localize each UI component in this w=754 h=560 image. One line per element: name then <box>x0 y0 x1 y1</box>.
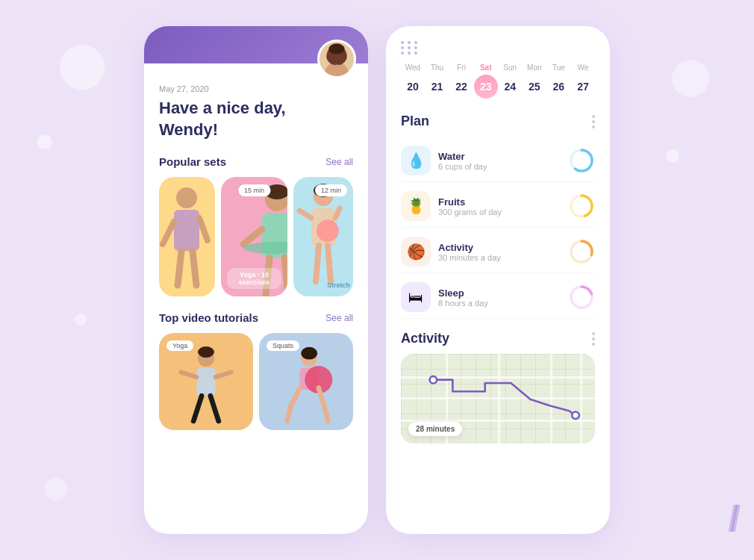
sets-container: 15 min Yoga · 10 exercise <box>159 177 353 296</box>
day-col-21[interactable]: Thu21 <box>426 63 449 99</box>
map-container: 28 minutes <box>401 354 595 444</box>
plan-header: Plan <box>401 113 595 129</box>
svg-line-6 <box>199 218 208 240</box>
day-number: 23 <box>474 75 498 99</box>
date-text: May 27, 2020 <box>159 84 353 93</box>
plan-item-fruits[interactable]: 🍍 Fruits 300 grams of day <box>401 185 595 228</box>
bg-circle-6 <box>666 149 679 163</box>
day-number: 21 <box>426 75 449 99</box>
squats-badge: Squats <box>267 340 299 351</box>
sleep-ring-svg <box>568 284 595 311</box>
day-name: Fri <box>457 63 466 72</box>
fruits-emoji: 🍍 <box>407 197 426 215</box>
day-name: Mon <box>527 63 541 72</box>
tutorials-title: Top video tutorials <box>159 311 258 324</box>
svg-line-22 <box>335 208 340 218</box>
svg-line-16 <box>284 258 287 295</box>
day-name: Sun <box>503 63 517 72</box>
activity-info: Activity 30 minutes a day <box>438 242 561 262</box>
day-col-26[interactable]: Tue26 <box>546 63 570 99</box>
tutorial-squats[interactable]: Squats <box>259 333 353 430</box>
stretch-label: Stretch <box>327 281 350 289</box>
day-col-24[interactable]: Sun24 <box>498 63 522 99</box>
menu-dots-top <box>401 38 595 55</box>
water-emoji: 💧 <box>407 152 426 169</box>
activity-menu-dots[interactable] <box>592 332 595 346</box>
set-card-stretch[interactable]: 12 min Stretch <box>293 177 353 296</box>
activity-title: Activity <box>401 331 449 346</box>
day-number: 24 <box>498 75 522 99</box>
set-label-yoga: Yoga · 10 exercises <box>227 268 281 289</box>
tutorials-see-all[interactable]: See all <box>325 313 353 323</box>
water-info: Water 6 cups of day <box>438 151 561 171</box>
sleep-title: Sleep <box>438 287 561 299</box>
svg-line-39 <box>325 408 328 421</box>
bg-circle-2 <box>37 134 52 149</box>
svg-line-38 <box>287 407 290 421</box>
svg-point-33 <box>301 347 317 360</box>
day-number: 26 <box>546 75 570 99</box>
bg-circle-1 <box>60 45 105 90</box>
svg-point-3 <box>176 187 197 208</box>
left-phone: May 27, 2020 Have a nice day, Wendy! Pop… <box>144 26 368 534</box>
popular-sets-see-all[interactable]: See all <box>325 157 353 167</box>
svg-point-51 <box>573 413 579 418</box>
day-col-20[interactable]: Wed20 <box>401 63 425 99</box>
set-card-yoga-middle[interactable]: 15 min Yoga · 10 exercise <box>221 177 287 296</box>
svg-rect-27 <box>196 368 215 396</box>
activity-ring-svg <box>568 238 595 265</box>
svg-line-23 <box>316 246 319 281</box>
bg-circle-3 <box>75 314 87 326</box>
right-phone-inner: Wed20Thu21Fri22Sat23Sun24Mon25Tue26We27 … <box>386 26 610 458</box>
water-title: Water <box>438 151 561 162</box>
brand-slash: // <box>728 498 733 539</box>
svg-point-20 <box>317 220 339 242</box>
sleep-info: Sleep 8 hours a day <box>438 287 561 308</box>
day-name: Sat <box>480 63 492 72</box>
activity-title: Activity <box>438 242 561 253</box>
sleep-icon: 🛏 <box>401 282 431 312</box>
day-col-22[interactable]: Fri22 <box>449 63 473 99</box>
plan-item-sleep[interactable]: 🛏 Sleep 8 hours a day <box>401 276 595 319</box>
water-icon: 💧 <box>401 146 431 175</box>
sleep-emoji: 🛏 <box>408 289 423 306</box>
popular-sets-header: Popular sets See all <box>159 155 353 168</box>
svg-line-31 <box>211 396 219 422</box>
duration-badge: 15 min <box>238 184 270 196</box>
svg-point-49 <box>431 377 436 382</box>
plan-item-activity[interactable]: 🏀 Activity 30 minutes a day <box>401 231 595 273</box>
fruits-ring <box>568 193 595 220</box>
greeting-text: Have a nice day, Wendy! <box>159 98 353 140</box>
svg-point-14 <box>243 242 287 254</box>
day-number: 20 <box>401 75 425 99</box>
svg-line-7 <box>178 251 181 285</box>
yoga-badge: Yoga <box>166 340 193 351</box>
plan-menu-dots[interactable] <box>592 115 595 128</box>
activity-emoji: 🏀 <box>407 243 426 261</box>
tutorials-container: Yoga Squats <box>159 333 353 430</box>
plan-items: 💧 Water 6 cups of day 🍍 Fruits 300 grams… <box>401 140 595 319</box>
day-name: Tue <box>552 63 565 72</box>
popular-sets-title: Popular sets <box>159 155 226 168</box>
tutorial-yoga[interactable]: Yoga <box>159 333 253 430</box>
set-card-yoga-left[interactable] <box>159 177 215 296</box>
plan-item-water[interactable]: 💧 Water 6 cups of day <box>401 140 595 182</box>
day-col-27[interactable]: We27 <box>571 63 595 99</box>
fruits-subtitle: 300 grams of day <box>438 208 561 217</box>
header-strip <box>144 26 368 63</box>
activity-header: Activity <box>401 331 595 346</box>
activity-icon: 🏀 <box>401 237 431 267</box>
svg-line-30 <box>193 396 202 422</box>
svg-line-8 <box>193 251 196 285</box>
fruits-info: Fruits 300 grams of day <box>438 196 561 217</box>
bg-circle-4 <box>45 478 67 500</box>
day-name: Thu <box>431 63 443 72</box>
svg-point-2 <box>328 43 344 54</box>
week-calendar: Wed20Thu21Fri22Sat23Sun24Mon25Tue26We27 <box>401 63 595 99</box>
svg-point-26 <box>198 346 214 358</box>
day-name: Wed <box>405 63 420 72</box>
tutorials-header: Top video tutorials See all <box>159 311 353 324</box>
day-col-25[interactable]: Mon25 <box>523 63 546 99</box>
map-time-badge: 28 minutes <box>408 422 462 436</box>
day-col-23[interactable]: Sat23 <box>474 63 498 99</box>
